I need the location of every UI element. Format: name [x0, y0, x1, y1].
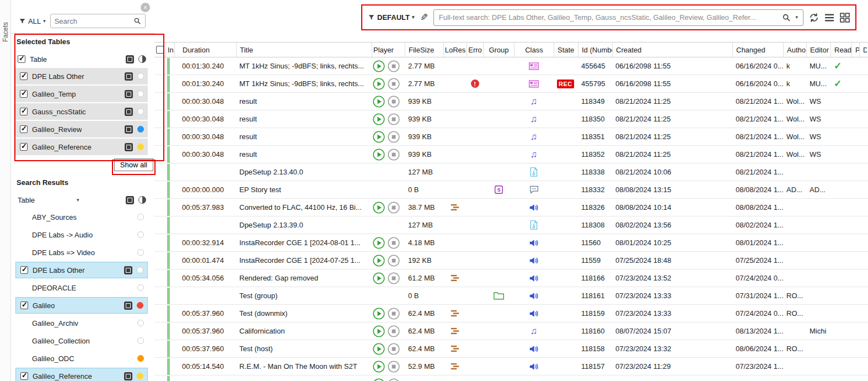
- table-row[interactable]: DpeSetup 2.13.40.0 127 MB ! S ♫: [154, 163, 868, 181]
- copy-icon[interactable]: [126, 196, 134, 204]
- table-list-item[interactable]: Galileo_ODC: [15, 350, 148, 367]
- color-dot[interactable]: [137, 126, 144, 133]
- checkbox[interactable]: [20, 143, 28, 151]
- checkbox[interactable]: [20, 72, 28, 80]
- table-list-item[interactable]: Galileo_Reference: [15, 139, 148, 155]
- table-row[interactable]: 00:05:37.960 Californication 62.4 MB ! S…: [154, 322, 868, 340]
- table-list-item[interactable]: Galileo_Archiv: [15, 315, 148, 331]
- checkbox[interactable]: [18, 55, 25, 63]
- stop-button[interactable]: [388, 149, 400, 161]
- color-dot[interactable]: [137, 284, 144, 291]
- facet-filter-dropdown[interactable]: ALL ▾: [19, 17, 46, 25]
- stop-button[interactable]: [388, 378, 400, 381]
- play-button[interactable]: [373, 60, 385, 72]
- table-row[interactable]: 00:00:01.474 InstaRecorder CGE 1 [2024-0…: [154, 252, 868, 269]
- table-row[interactable]: ! S ♫ ✓: [154, 375, 868, 381]
- copy-icon[interactable]: [125, 72, 133, 81]
- stop-button[interactable]: [388, 78, 400, 90]
- table-row[interactable]: 00:05:37.960 Test (host) 62.4 MB ! S ♫: [154, 340, 868, 358]
- column-header-autho[interactable]: Autho: [783, 43, 806, 57]
- list-view-icon[interactable]: [824, 13, 834, 22]
- stop-button[interactable]: [388, 308, 400, 320]
- color-dot[interactable]: [137, 231, 144, 238]
- color-dot[interactable]: [137, 108, 144, 115]
- search-icon[interactable]: [133, 17, 141, 25]
- stop-button[interactable]: [388, 96, 400, 108]
- table-row[interactable]: 00:00:30.048 result 939 KB ! S ♫: [154, 93, 868, 110]
- table-row[interactable]: DpeSetup 2.13.39.0 127 MB ! S ♫: [154, 216, 868, 234]
- copy-icon[interactable]: [125, 125, 133, 134]
- contrast-icon[interactable]: [138, 196, 146, 204]
- checkbox[interactable]: [20, 108, 28, 115]
- column-header-lores[interactable]: LoRes: [443, 43, 467, 57]
- play-button[interactable]: [373, 149, 385, 161]
- table-row[interactable]: 00:05:34.056 Rendered: Gap removed 61.2 …: [154, 269, 868, 287]
- column-header-d[interactable]: D: [859, 43, 867, 57]
- close-icon[interactable]: ×: [141, 3, 150, 12]
- table-list-item[interactable]: Gauss_ncsStatic: [15, 103, 148, 120]
- stop-button[interactable]: [388, 131, 400, 143]
- facet-search-input[interactable]: [55, 17, 133, 25]
- checkbox[interactable]: [20, 90, 28, 98]
- play-button[interactable]: [373, 113, 385, 125]
- color-dot[interactable]: [137, 337, 144, 344]
- column-header-in[interactable]: In: [165, 43, 174, 57]
- table-list-item[interactable]: Galileo_Review: [15, 121, 148, 137]
- column-header-created[interactable]: Created: [612, 43, 732, 57]
- table-row[interactable]: 00:01:30.240 MT 1kHz Sinus; -9dBFS; link…: [154, 75, 868, 93]
- color-dot[interactable]: [137, 320, 144, 326]
- column-header-filesize[interactable]: FileSize: [405, 43, 443, 57]
- play-button[interactable]: [373, 131, 385, 143]
- copy-icon[interactable]: [124, 266, 132, 274]
- stop-button[interactable]: [388, 255, 400, 267]
- table-row[interactable]: 00:05:37.960 Test (downmix) 62.4 MB ! S …: [154, 305, 868, 322]
- table-list-item[interactable]: Galileo_Reference: [15, 368, 148, 381]
- play-button[interactable]: [373, 78, 385, 90]
- view-preset-dropdown[interactable]: DEFAULT ▾: [368, 13, 415, 22]
- copy-icon[interactable]: [126, 55, 134, 64]
- table-list-item[interactable]: Galileo: [15, 297, 148, 314]
- checkbox[interactable]: [20, 266, 28, 274]
- facet-search[interactable]: [50, 14, 146, 28]
- contrast-icon[interactable]: [138, 55, 146, 63]
- column-header-state[interactable]: State: [554, 43, 578, 57]
- play-button[interactable]: [373, 202, 385, 214]
- play-button[interactable]: [373, 255, 385, 267]
- play-button[interactable]: [373, 272, 385, 284]
- color-dot[interactable]: [137, 267, 143, 273]
- table-list-item[interactable]: DPEORACLE: [15, 279, 148, 296]
- stop-button[interactable]: [388, 60, 400, 72]
- selected-tables-header[interactable]: Table: [11, 50, 154, 68]
- fulltext-search[interactable]: ▾: [433, 9, 803, 26]
- color-dot[interactable]: [137, 144, 144, 150]
- column-header-title[interactable]: Title: [236, 43, 372, 57]
- table-row[interactable]: 00:00:00.000 EP Story test 0 B ! S ♫: [154, 181, 868, 199]
- show-all-button[interactable]: Show all: [114, 158, 153, 171]
- column-header-duration[interactable]: Duration: [174, 43, 236, 57]
- table-row[interactable]: 00:05:37.983 Converted to FLAC, 44100 Hz…: [154, 199, 868, 216]
- play-button[interactable]: [373, 378, 385, 381]
- color-dot[interactable]: [137, 73, 144, 80]
- column-header-group[interactable]: Group: [483, 43, 514, 57]
- search-results-header[interactable]: Table ▾: [11, 191, 154, 209]
- color-dot[interactable]: [137, 373, 143, 379]
- play-button[interactable]: [373, 325, 385, 337]
- select-all-header[interactable]: [154, 43, 165, 57]
- stop-button[interactable]: [388, 202, 400, 214]
- color-dot[interactable]: [137, 91, 144, 97]
- chevron-down-icon[interactable]: ▾: [77, 198, 79, 203]
- stop-button[interactable]: [388, 361, 400, 373]
- chevron-down-icon[interactable]: ▾: [795, 15, 798, 20]
- copy-icon[interactable]: [124, 372, 132, 380]
- refresh-icon[interactable]: [809, 13, 819, 23]
- stop-button[interactable]: [388, 343, 400, 355]
- play-button[interactable]: [373, 96, 385, 108]
- column-header-erro[interactable]: Erro: [467, 43, 483, 57]
- column-header-read[interactable]: Read: [831, 43, 851, 57]
- column-header-player[interactable]: Player: [372, 43, 405, 57]
- copy-icon[interactable]: [125, 108, 133, 116]
- table-row[interactable]: 00:00:30.048 result 939 KB ! S ♫: [154, 110, 868, 128]
- table-list-item[interactable]: DPE Labs => Video: [15, 244, 148, 261]
- fulltext-search-input[interactable]: [439, 13, 778, 22]
- table-list-item[interactable]: DPE Labs Other: [15, 262, 148, 278]
